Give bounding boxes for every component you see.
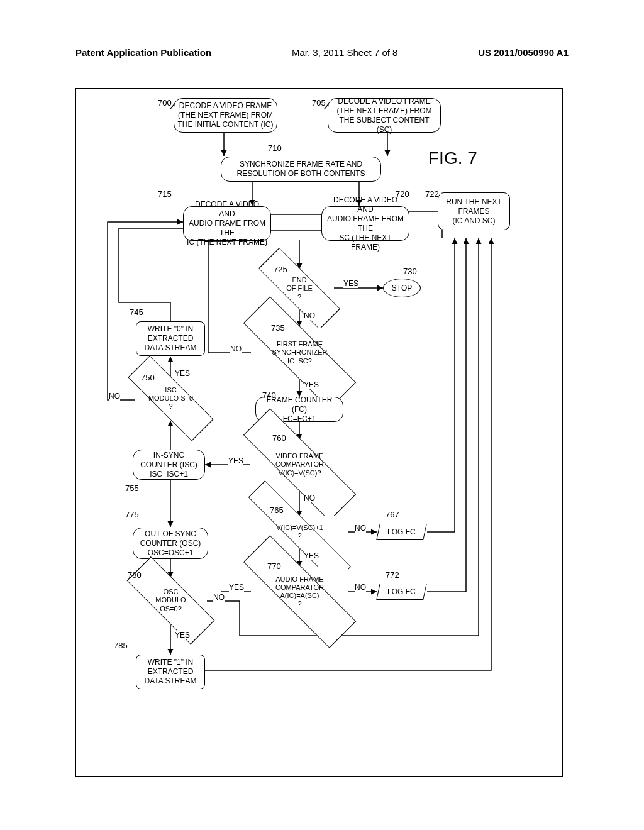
box-755: IN-SYNCCOUNTER (ISC)ISC=ISC+1 [133, 450, 205, 480]
ref-722: 722 [425, 189, 439, 199]
box-700: DECODE A VIDEO FRAME(THE NEXT FRAME) FRO… [174, 98, 277, 133]
box-772: LOG FC [376, 584, 427, 600]
box-720: DECODE A VIDEO ANDAUDIO FRAME FROM THESC… [321, 206, 409, 241]
label-735-no: NO [230, 345, 242, 353]
label-735-yes: YES [304, 380, 319, 389]
header-left: Patent Application Publication [75, 47, 211, 58]
box-745: WRITE "0" INEXTRACTEDDATA STREAM [136, 321, 205, 356]
label-725-yes: YES [343, 279, 358, 288]
diamond-735: FIRST FRAMESYNCHRONIZERIC=SC? [251, 328, 348, 378]
diamond-780: OSCMODULOOS=0? [135, 578, 207, 623]
label-760-no: NO [304, 494, 315, 502]
label-750-no: NO [109, 392, 120, 401]
box-722: RUN THE NEXTFRAMES(IC AND SC) [438, 192, 510, 230]
label-765-no: NO [355, 524, 366, 533]
diamond-765: V(IC)=V(SC)+1? [251, 516, 348, 548]
ref-755: 755 [125, 484, 139, 493]
box-785: WRITE "1" INEXTRACTEDDATA STREAM [136, 655, 205, 689]
header-center: Mar. 3, 2011 Sheet 7 of 8 [292, 47, 397, 58]
label-780-yes: YES [175, 631, 190, 639]
ref-765: 765 [270, 506, 284, 515]
label-725-no: NO [304, 311, 315, 320]
ref-767: 767 [386, 510, 399, 519]
box-710: SYNCHRONIZE FRAME RATE ANDRESOLUTION OF … [221, 157, 381, 182]
box-705: DECODE A VIDEO FRAME(THE NEXT FRAME) FRO… [328, 98, 441, 133]
figure-title: FIG. 7 [428, 148, 477, 169]
box-767: LOG FC [376, 524, 427, 540]
ref-705: 705 [312, 98, 326, 108]
label-770-no: NO [355, 583, 366, 592]
ref-775: 775 [125, 510, 139, 519]
box-715: DECODE A VIDEO ANDAUDIO FRAME FROM THEIC… [183, 206, 271, 241]
diamond-725: ENDOF FILE? [265, 269, 334, 308]
label-765-yes: YES [304, 551, 319, 560]
diamond-770: AUDIO FRAMECOMPARATORA(IC)=A(SC)? [251, 567, 348, 617]
page-header: Patent Application Publication Mar. 3, 2… [0, 0, 644, 58]
ref-700: 700 [158, 98, 172, 108]
ref-772: 772 [386, 570, 399, 580]
box-775: OUT OF SYNCCOUNTER (OSC)OSC=OSC+1 [133, 528, 208, 559]
ref-745: 745 [130, 307, 143, 317]
ref-720: 720 [396, 189, 409, 199]
diamond-760: VIDEO FRAMECOMPARATORV(IC)=V(SC)? [251, 440, 348, 490]
ref-785: 785 [114, 641, 128, 650]
label-750-yes: YES [175, 369, 190, 378]
stop-oval: STOP [383, 279, 421, 297]
ref-740: 740 [262, 390, 276, 400]
header-right: US 2011/0050990 A1 [478, 47, 569, 58]
diamond-750: ISCMODULO S=0? [135, 378, 207, 419]
label-780-no: NO [213, 593, 225, 602]
ref-710: 710 [268, 143, 282, 153]
ref-715: 715 [158, 189, 172, 199]
figure-container: FIG. 7 DECODE A VIDEO FRAME(THE NEXT FRA… [75, 88, 563, 777]
label-770-yes: YES [229, 583, 244, 592]
label-760-yes: YES [228, 456, 243, 465]
ref-730: 730 [403, 267, 417, 276]
